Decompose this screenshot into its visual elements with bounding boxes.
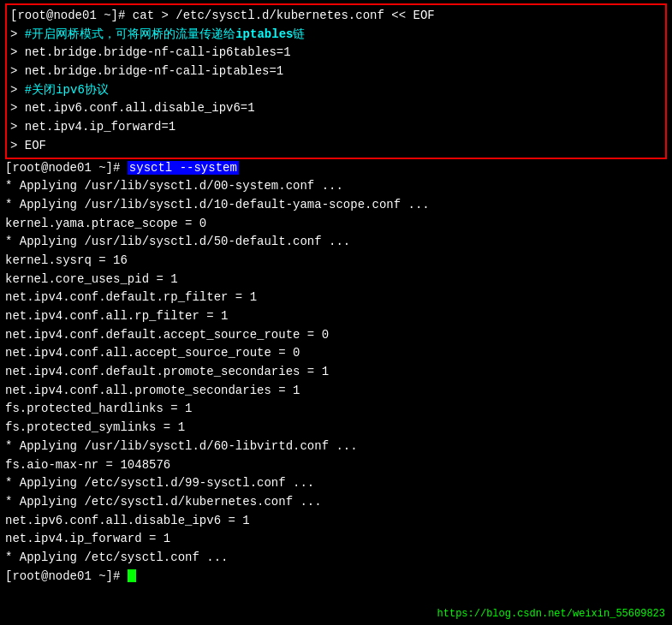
output-line-17: * Applying /etc/sysctl.d/99-sysctl.conf … — [5, 474, 667, 493]
border-line-4: > net.bridge.bridge-nf-call-iptables=1 — [10, 62, 662, 81]
terminal: [root@node01 ~]# cat > /etc/sysctl.d/kub… — [0, 0, 672, 625]
sysctl-command-line: [root@node01 ~]# sysctl --system — [5, 159, 667, 178]
border-line-6: > net.ipv6.conf.all.disable_ipv6=1 — [10, 99, 662, 118]
output-line-15: * Applying /usr/lib/sysctl.d/60-libvirtd… — [5, 438, 667, 456]
output-line-2: * Applying /usr/lib/sysctl.d/10-default-… — [5, 196, 667, 215]
output-line-10: net.ipv4.conf.all.accept_source_route = … — [5, 344, 667, 363]
border-line-5: > #关闭ipv6协议 — [10, 81, 662, 100]
bordered-command-block: [root@node01 ~]# cat > /etc/sysctl.d/kub… — [5, 3, 667, 159]
output-line-21: * Applying /etc/sysctl.conf ... — [5, 549, 667, 568]
watermark: https://blog.csdn.net/weixin_55609823 — [437, 608, 665, 620]
final-prompt-line: [root@node01 ~]# — [5, 568, 667, 586]
output-line-7: net.ipv4.conf.default.rp_filter = 1 — [5, 289, 667, 307]
cursor — [128, 569, 136, 582]
output-line-6: kernel.core_uses_pid = 1 — [5, 271, 667, 289]
output-line-5: kernel.sysrq = 16 — [5, 252, 667, 271]
output-line-8: net.ipv4.conf.all.rp_filter = 1 — [5, 307, 667, 326]
output-line-14: fs.protected_symlinks = 1 — [5, 419, 667, 438]
border-line-1: [root@node01 ~]# cat > /etc/sysctl.d/kub… — [10, 7, 662, 26]
output-line-12: net.ipv4.conf.all.promote_secondaries = … — [5, 382, 667, 401]
output-line-3: kernel.yama.ptrace_scope = 0 — [5, 215, 667, 234]
output-line-13: fs.protected_hardlinks = 1 — [5, 400, 667, 419]
output-line-9: net.ipv4.conf.default.accept_source_rout… — [5, 326, 667, 345]
output-line-19: net.ipv6.conf.all.disable_ipv6 = 1 — [5, 512, 667, 531]
output-line-4: * Applying /usr/lib/sysctl.d/50-default.… — [5, 233, 667, 252]
border-line-3: > net.bridge.bridge-nf-call-ip6tables=1 — [10, 44, 662, 62]
output-line-18: * Applying /etc/sysctl.d/kubernetes.conf… — [5, 493, 667, 512]
border-line-8: > EOF — [10, 137, 662, 156]
border-line-2: > #开启网桥模式，可将网桥的流量传递给iptables链 — [10, 26, 662, 45]
border-line-7: > net.ipv4.ip_forward=1 — [10, 118, 662, 137]
output-line-16: fs.aio-max-nr = 1048576 — [5, 456, 667, 475]
output-line-11: net.ipv4.conf.default.promote_secondarie… — [5, 363, 667, 382]
output-line-20: net.ipv4.ip_forward = 1 — [5, 530, 667, 549]
highlighted-command: sysctl --system — [128, 161, 239, 175]
output-line-1: * Applying /usr/lib/sysctl.d/00-system.c… — [5, 177, 667, 196]
